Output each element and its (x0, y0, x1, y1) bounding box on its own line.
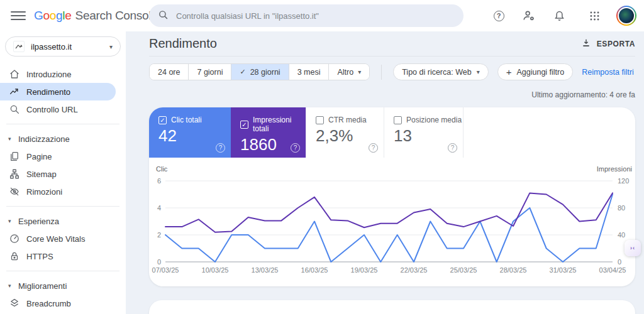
manage-users-icon[interactable] (521, 8, 537, 24)
help-icon[interactable]: ? (491, 8, 507, 24)
sidebar-divider (6, 124, 119, 124)
sitemap-icon (9, 168, 20, 180)
svg-text:25/03/25: 25/03/25 (450, 266, 477, 274)
svg-text:03/04/25: 03/04/25 (599, 266, 626, 274)
chevron-down-icon: ▾ (358, 68, 361, 75)
metric-label: Posizione media (406, 116, 462, 124)
performance-chart[interactable]: 024604080120ClicImpressioni07/03/2510/03… (149, 158, 635, 286)
notifications-icon[interactable] (551, 8, 567, 24)
metric-tile-total-impressions[interactable]: ✓Impressioni totali1860? (231, 107, 306, 158)
chevron-down-icon: ▾ (477, 68, 480, 75)
chart-canvas: 024604080120ClicImpressioni07/03/2510/03… (149, 158, 635, 286)
range-option-7-giorni[interactable]: 7 giorni (189, 64, 231, 80)
help-icon[interactable]: ? (291, 143, 300, 153)
sidebar-item-introduzione[interactable]: Introduzione (0, 65, 126, 83)
search-type-chip[interactable]: Tipo di ricerca: Web ▾ (393, 63, 489, 80)
url-inspection-icon (9, 104, 20, 115)
average-position-checkbox[interactable] (394, 116, 402, 124)
svg-text:19/03/25: 19/03/25 (351, 266, 378, 274)
search-input[interactable] (176, 11, 455, 21)
svg-text:31/03/25: 31/03/25 (550, 266, 577, 274)
help-icon[interactable]: ? (216, 143, 225, 153)
product-name: Search Console (75, 9, 158, 23)
chevron-down-icon: ▾ (109, 43, 113, 50)
metric-tiles: ✓Clic totali42?✓Impressioni totali1860?C… (149, 107, 635, 158)
sidebar-item-controllo-url[interactable]: Controllo URL (0, 100, 126, 118)
search-icon (158, 9, 169, 23)
range-option-3-mesi[interactable]: 3 mesi (289, 64, 330, 80)
range-option-24-ore[interactable]: 24 ore (150, 64, 189, 80)
svg-text:28/03/25: 28/03/25 (500, 266, 527, 274)
svg-text:13/03/25: 13/03/25 (252, 266, 279, 274)
product-logo[interactable]: Google Search Console (34, 9, 158, 23)
property-favicon (13, 41, 25, 52)
sidebar-item-pagine[interactable]: Pagine (0, 148, 126, 165)
filters-separator (381, 65, 382, 80)
sidebar-item-rimozioni[interactable]: Rimozioni (0, 183, 126, 200)
property-selector[interactable]: ilpassetto.it ▾ (5, 36, 121, 57)
svg-text:40: 40 (618, 231, 625, 239)
google-logo: Google (34, 9, 72, 23)
sidebar-divider (6, 271, 119, 271)
performance-card: ✓Clic totali42?✓Impressioni totali1860?C… (149, 107, 635, 286)
sidebar-section-esperienza[interactable]: ▾Esperienza (0, 212, 126, 230)
check-icon: ✓ (240, 68, 245, 76)
sidebar-divider (6, 206, 119, 207)
filters-bar: 24 ore7 giorni✓28 giorni3 mesiAltro▾ Tip… (149, 63, 635, 80)
range-option-altro[interactable]: Altro▾ (329, 64, 369, 80)
help-icon[interactable]: ? (448, 143, 457, 153)
range-option-28-giorni[interactable]: ✓28 giorni (231, 64, 289, 80)
metric-label: Impressioni totali (253, 116, 306, 133)
help-icon[interactable]: ? (369, 143, 378, 153)
property-name: ilpassetto.it (31, 42, 103, 51)
menu-icon[interactable] (11, 8, 26, 23)
svg-text:07/03/25: 07/03/25 (152, 266, 179, 274)
apps-grid-icon[interactable] (586, 8, 602, 24)
core-web-vitals-icon (9, 233, 20, 244)
account-avatar[interactable] (616, 6, 636, 26)
sidebar-item-sitemap[interactable]: Sitemap (0, 165, 126, 183)
sidebar-item-https[interactable]: HTTPS (0, 247, 126, 265)
sidebar-section-miglioramenti[interactable]: ▾Miglioramenti (0, 277, 126, 295)
sidebar-item-breadcrumb[interactable]: Breadcrumb (0, 295, 126, 312)
svg-text:0: 0 (157, 258, 161, 266)
pages-icon (9, 151, 20, 162)
svg-text:80: 80 (618, 204, 625, 212)
sidebar-section-indicizzazione[interactable]: ▾Indicizzazione (0, 130, 126, 148)
sidebar-item-core-web-vitals[interactable]: Core Web Vitals (0, 230, 126, 247)
caret-down-icon: ▾ (8, 136, 13, 142)
breadcrumb-icon (9, 298, 20, 309)
metric-tile-average-ctr[interactable]: CTR media2,3%? (306, 107, 384, 158)
svg-text:22/03/25: 22/03/25 (401, 266, 428, 274)
svg-text:Impressioni: Impressioni (597, 165, 632, 173)
page-title: Rendimento (149, 36, 217, 51)
https-icon (9, 251, 20, 262)
next-section-card (149, 300, 635, 314)
svg-text:10/03/25: 10/03/25 (202, 266, 229, 274)
sidebar: ilpassetto.it ▾ IntroduzioneRendimentoCo… (0, 31, 126, 314)
add-filter-chip[interactable]: + Aggiungi filtro (497, 63, 574, 80)
total-impressions-checkbox[interactable]: ✓ (240, 121, 248, 129)
download-icon (581, 38, 591, 50)
main-content: Rendimento ESPORTA 24 ore7 giorni✓28 gio… (126, 31, 644, 314)
caret-down-icon: ▾ (8, 218, 13, 224)
metric-tile-average-position[interactable]: Posizione media13? (384, 107, 464, 158)
sidebar-nav: IntroduzioneRendimentoControllo URL▾Indi… (0, 65, 126, 314)
svg-text:6: 6 (157, 177, 161, 185)
sidebar-item-rendimento[interactable]: Rendimento (0, 83, 116, 100)
metric-label: CTR media (328, 116, 367, 124)
reset-filters-link[interactable]: Reimposta filtri (582, 68, 634, 77)
average-ctr-checkbox[interactable] (316, 116, 324, 124)
url-inspection-searchbox[interactable] (149, 4, 464, 27)
plus-icon: + (506, 67, 512, 77)
svg-text:2: 2 (157, 231, 161, 239)
svg-text:0: 0 (618, 258, 621, 266)
avatar-image (618, 7, 635, 24)
export-button[interactable]: ESPORTA (581, 38, 635, 50)
svg-text:Clic: Clic (156, 165, 168, 173)
removals-icon (9, 186, 20, 197)
side-panel-toggle-button[interactable]: ›‹ (625, 240, 641, 256)
total-clicks-checkbox[interactable]: ✓ (158, 116, 167, 124)
metric-tile-total-clicks[interactable]: ✓Clic totali42? (149, 107, 231, 158)
last-updated-text: Ultimo aggiornamento: 4 ore fa (149, 90, 635, 100)
